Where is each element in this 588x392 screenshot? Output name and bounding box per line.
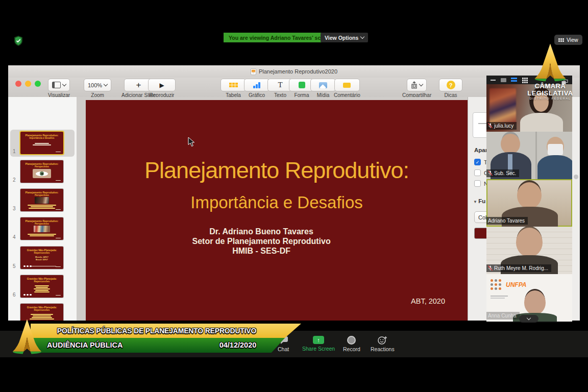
- participants-video-panel: julia.lucy Sub. Sec. Adriano Tavares: [486, 76, 572, 323]
- inspector-scroll-knob[interactable]: [574, 175, 578, 179]
- muted-mic-icon: [488, 265, 493, 271]
- minimize-icon[interactable]: [491, 80, 496, 81]
- help-icon: ?: [447, 81, 455, 89]
- play-icon: ▶: [159, 82, 164, 89]
- window-title: Planejamento Reprodutivo2020: [259, 68, 337, 75]
- checkbox-icon[interactable]: [474, 169, 481, 176]
- eye-image: [33, 169, 51, 178]
- checkbox-icon[interactable]: [474, 180, 481, 187]
- reactions-button[interactable]: Reactions: [371, 336, 395, 352]
- view-layout-button[interactable]: [48, 79, 70, 91]
- participant-name: Sub. Sec.: [486, 169, 519, 177]
- slide-thumbnail-6[interactable]: 6 Gravidez Não-Planejada:Repercussões: [8, 274, 77, 300]
- grid-view-icon: [558, 38, 564, 42]
- slide-number: 3: [13, 206, 16, 211]
- appearance-heading: Apar: [474, 147, 487, 153]
- muted-mic-icon: [488, 170, 493, 176]
- slide-number: 4: [13, 234, 16, 240]
- slide-number: 1: [13, 149, 16, 154]
- record-icon: [347, 336, 356, 345]
- cldf-text: DISTRITO FEDERAL: [526, 97, 575, 100]
- banner-title: POLÍTICAS PÚBLICAS DE PLANEJAMENTO REPRO…: [47, 327, 266, 335]
- slide-thumbnail-2[interactable]: 2 Planejamento Reprodutivo:Perspectivas: [8, 159, 77, 185]
- slide-title: Planejamento Reprodutivo:: [86, 157, 468, 184]
- slide-credit: ABT, 2020: [411, 297, 445, 305]
- video-tile-ruth[interactable]: Ruth Meyre M. Rodrig...: [486, 227, 572, 274]
- sidebar-layout-icon: [52, 82, 61, 88]
- broadcast-banner: POLÍTICAS PÚBLICAS DE PLANEJAMENTO REPRO…: [31, 324, 301, 353]
- minimize-window-button[interactable]: [25, 81, 31, 87]
- cldf-arrow-icon: [532, 43, 569, 83]
- share-screen-icon: ↑: [313, 336, 324, 344]
- media-button[interactable]: [310, 79, 336, 91]
- disclosure-triangle-icon: ▼: [473, 200, 478, 204]
- bar-chart-icon: [253, 82, 260, 88]
- participant-name: julia.lucy: [486, 122, 517, 130]
- plus-icon: +: [136, 80, 141, 90]
- mouse-cursor: [188, 137, 195, 149]
- maximize-window-button[interactable]: [35, 81, 41, 87]
- cldf-text: CÂMARA: [526, 83, 575, 90]
- slide-thumbnail-4[interactable]: 4 Planejamento Reprodutivo:Perspectivas: [8, 216, 77, 242]
- slide-navigator: 1 Planejamento Reprodutivo:Importância e…: [8, 97, 77, 321]
- bullet-dots: [23, 265, 32, 267]
- cldf-logo: CÂMARA LEGISLATIVA DISTRITO FEDERAL: [526, 43, 575, 102]
- participant-name: Ruth Meyre M. Rodrig...: [486, 264, 551, 272]
- chart-button[interactable]: [244, 79, 270, 91]
- banner-date: 04/12/2020: [202, 341, 274, 349]
- tips-button[interactable]: ?: [439, 79, 462, 91]
- cldf-arrow-icon: [7, 318, 47, 355]
- video-tile-sub-sec[interactable]: Sub. Sec.: [486, 132, 572, 179]
- wall-painting: [489, 88, 516, 124]
- photo-image: [35, 197, 49, 204]
- current-slide: Planejamento Reprodutivo: Importância e …: [86, 100, 468, 321]
- slide-author: Dr. Adriano Bueno Tavares: [86, 227, 437, 236]
- slide-subtitle: Importância e Desafios: [86, 193, 468, 212]
- video-tile-adriano-tavares[interactable]: Adriano Tavares: [486, 179, 572, 227]
- checkbox-checked-icon[interactable]: ✓: [474, 159, 481, 165]
- slide-number: 6: [13, 292, 16, 298]
- shape-icon: [299, 82, 305, 88]
- media-icon: [319, 82, 327, 88]
- bullet-dots: [23, 294, 32, 296]
- window-mode-icon[interactable]: [501, 78, 506, 82]
- share-screen-button[interactable]: ↑ Share Screen: [302, 336, 335, 352]
- chevron-down-icon: [104, 82, 108, 86]
- cldf-text: LEGISLATIVA: [526, 90, 575, 97]
- slide-number: 2: [13, 177, 16, 183]
- security-shield-icon[interactable]: [13, 35, 23, 46]
- banner-subtitle: AUDIÊNCIA PÚBLICA: [47, 341, 123, 349]
- close-window-button[interactable]: [15, 81, 21, 87]
- comment-button[interactable]: [334, 79, 360, 91]
- cldf-logo-banner: [7, 318, 47, 355]
- speaker-view-icon[interactable]: [511, 78, 517, 82]
- participant-name: Anna Cunha: [486, 312, 520, 320]
- zoom-level-button[interactable]: 100%: [84, 79, 111, 91]
- text-icon: T: [278, 81, 282, 89]
- slide-author-block: Dr. Adriano Bueno Tavares Setor de Plane…: [86, 227, 437, 256]
- slide-thumbnail-5[interactable]: 5 Gravidez Não-Planejada:Repercussões Mu…: [8, 246, 77, 271]
- face-mask: [548, 144, 563, 155]
- zoom-value: 100%: [88, 82, 102, 88]
- play-button[interactable]: ▶: [148, 79, 176, 91]
- slide-thumbnail-1[interactable]: 1 Planejamento Reprodutivo:Importância e…: [8, 131, 77, 156]
- slide-canvas: Planejamento Reprodutivo: Importância e …: [77, 97, 468, 321]
- checkbox-number-row[interactable]: N: [474, 180, 488, 187]
- table-icon: [229, 83, 238, 87]
- comment-icon: [343, 83, 351, 88]
- muted-mic-icon: [488, 123, 493, 129]
- share-button[interactable]: [407, 79, 427, 91]
- slide-thumbnail-3[interactable]: 3 Planejamento Reprodutivo:Perspectivas: [8, 188, 77, 213]
- checkbox-body-row[interactable]: C: [474, 169, 488, 176]
- view-options-button[interactable]: View Options: [321, 33, 368, 42]
- background-section[interactable]: ▼ Fu: [473, 198, 485, 204]
- collapse-videos-button[interactable]: [519, 315, 538, 323]
- slide-thumbnail-7[interactable]: 7 Gravidez Não-Planejada:Repercussões: [8, 303, 77, 321]
- chevron-down-icon: [419, 82, 423, 86]
- participant-name: Adriano Tavares: [486, 217, 528, 225]
- table-button[interactable]: [220, 79, 246, 91]
- record-button[interactable]: Record: [343, 336, 360, 352]
- photo-image: [34, 226, 50, 232]
- chevron-down-icon: [360, 35, 364, 39]
- chevron-down-icon: [62, 82, 66, 86]
